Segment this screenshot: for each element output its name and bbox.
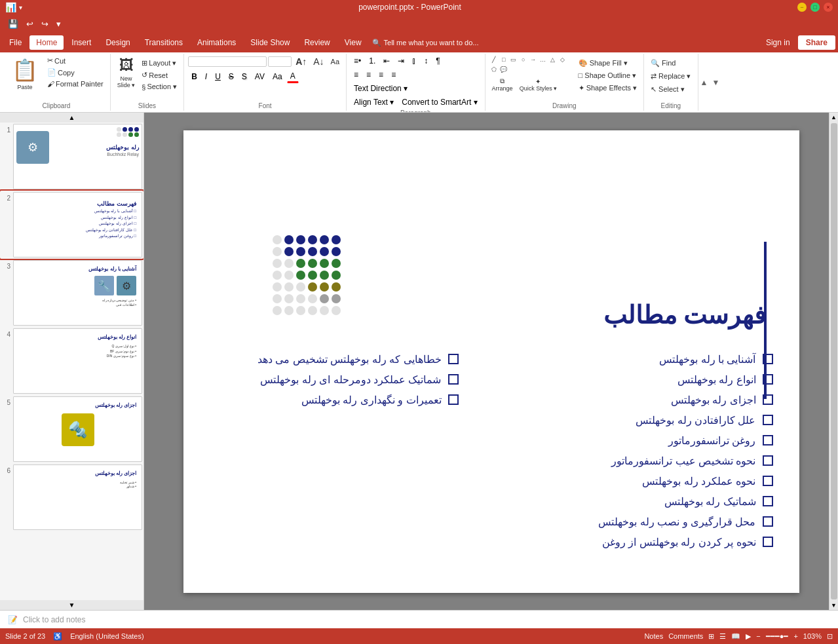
undo-quick-btn[interactable]: ↩	[24, 18, 36, 30]
maximize-button[interactable]: □	[810, 3, 820, 12]
strikethrough-button[interactable]: S	[225, 71, 237, 83]
reset-button[interactable]: ↺ Reset	[139, 69, 180, 81]
underline-button[interactable]: U	[212, 71, 224, 83]
shape-diamond[interactable]: ◇	[558, 55, 567, 64]
zoom-in-btn[interactable]: +	[793, 632, 797, 640]
shape-callout[interactable]: 💬	[499, 65, 508, 74]
align-text-button[interactable]: Align Text ▾	[351, 96, 397, 108]
save-quick-btn[interactable]: 💾	[5, 18, 21, 30]
notes-button[interactable]: Notes	[644, 632, 663, 640]
outline-view-icon[interactable]: ☰	[719, 632, 726, 641]
close-button[interactable]: ×	[824, 3, 833, 12]
line-spacing-button[interactable]: ↕	[421, 55, 431, 67]
menu-home[interactable]: Home	[29, 35, 64, 50]
menu-design[interactable]: Design	[99, 35, 136, 50]
menu-insert[interactable]: Insert	[65, 35, 98, 50]
reading-view-icon[interactable]: 📖	[731, 632, 740, 641]
accessibility-icon: ♿	[53, 632, 62, 641]
shape-rounded-rect[interactable]: ▭	[509, 55, 518, 64]
numbering-button[interactable]: 1.	[366, 55, 379, 67]
fit-window-btn[interactable]: ⊡	[827, 632, 833, 641]
shape-triangle[interactable]: △	[548, 55, 558, 64]
sign-in-button[interactable]: Sign in	[759, 35, 797, 50]
menu-review[interactable]: Review	[297, 35, 336, 50]
slide-thumb-4[interactable]: 4 انواع رله بوخهلتس • نوع اول: سری Q • ن…	[0, 327, 143, 395]
align-right-button[interactable]: ≡	[375, 69, 387, 81]
shape-more[interactable]: …	[539, 55, 548, 64]
slide-thumb-5[interactable]: 5 اجزای رله بوخهلتس 🔩	[0, 395, 143, 463]
cut-button[interactable]: ✂ Cut	[45, 55, 106, 66]
zoom-level[interactable]: 103%	[803, 632, 822, 640]
select-button[interactable]: ↖ Select ▾	[648, 84, 687, 95]
scroll-up-btn[interactable]: ▲	[829, 113, 838, 122]
new-slide-button[interactable]: 🖼 NewSlide ▾	[115, 55, 138, 90]
redo-quick-btn[interactable]: ↪	[39, 18, 51, 30]
shape-effects-button[interactable]: ✦ Shape Effects ▾	[576, 83, 639, 94]
scroll-thumb[interactable]	[831, 123, 837, 599]
change-case-button[interactable]: Aa	[269, 71, 286, 83]
font-name-input[interactable]	[188, 56, 267, 67]
quick-styles-button[interactable]: ✦ Quick Styles ▾	[517, 76, 560, 94]
font-color-button[interactable]: A	[287, 70, 299, 83]
format-painter-button[interactable]: 🖌 Format Painter	[45, 79, 106, 89]
slide-thumb-3[interactable]: 3 آشنایی با رله بوخهلتس ⚙ 🔧 • متن توضیحی…	[0, 259, 143, 327]
share-button[interactable]: Share	[798, 35, 835, 50]
scroll-down-btn[interactable]: ▼	[829, 601, 838, 610]
find-button[interactable]: 🔍 Find	[648, 58, 678, 69]
arrange-button[interactable]: ⧉ Arrange	[489, 75, 516, 94]
zoom-out-btn[interactable]: −	[756, 632, 760, 640]
menu-animations[interactable]: Animations	[191, 35, 242, 50]
slideshow-view-icon[interactable]: ▶	[746, 632, 751, 641]
zoom-slider[interactable]: ━━━●━	[766, 632, 789, 641]
shape-oval[interactable]: ○	[519, 55, 528, 64]
section-button[interactable]: § Section ▾	[139, 81, 180, 92]
minimize-button[interactable]: −	[797, 3, 807, 12]
layout-button[interactable]: ⊞ Layout ▾	[139, 58, 180, 69]
notes-area[interactable]: 📝 Click to add notes	[0, 610, 838, 628]
slide-thumb-1[interactable]: 1 رله بوخهلتس Buchholz Relay ⚙	[0, 123, 143, 191]
align-left-button[interactable]: ≡	[351, 69, 362, 81]
shape-arrow[interactable]: →	[529, 55, 538, 64]
shape-line[interactable]: ╱	[489, 55, 499, 64]
columns-button[interactable]: ⫿	[409, 55, 419, 67]
shape-outline-button[interactable]: □ Shape Outline ▾	[576, 70, 639, 81]
shape-rect[interactable]: □	[499, 55, 508, 64]
comments-button[interactable]: Comments	[668, 632, 703, 640]
menu-slideshow[interactable]: Slide Show	[244, 35, 296, 50]
bold-button[interactable]: B	[188, 71, 200, 83]
menu-view[interactable]: View	[338, 35, 368, 50]
increase-font-button[interactable]: A↑	[293, 55, 309, 68]
slide-thumb-6[interactable]: 6 اجزای رله بوخهلتس • شیر تخلیه • شناور	[0, 463, 143, 531]
center-button[interactable]: ≡	[363, 69, 374, 81]
shape-pentagon[interactable]: ⬠	[489, 65, 499, 74]
ribbon-scroll-down[interactable]: ▼	[710, 54, 721, 111]
vertical-scrollbar[interactable]: ▲ ▼	[829, 113, 838, 610]
decrease-font-button[interactable]: A↓	[311, 55, 326, 68]
slides-scroll-up[interactable]: ▲	[0, 113, 143, 123]
italic-button[interactable]: I	[202, 71, 210, 83]
quick-access-dropdown[interactable]: ▾	[54, 18, 64, 30]
paste-button[interactable]: 📋 Paste	[7, 55, 43, 93]
title-bar: 📊 ▾ powerpoint.pptx - PowerPoint − □ ×	[0, 0, 838, 14]
copy-button[interactable]: 📄 Copy	[45, 67, 106, 78]
bullets-button[interactable]: ≡•	[351, 55, 364, 67]
justify-button[interactable]: ≡	[388, 69, 399, 81]
replace-button[interactable]: ⇄ Replace ▾	[648, 71, 693, 82]
menu-file[interactable]: File	[3, 35, 28, 50]
ribbon-scroll-up[interactable]: ▲	[698, 54, 710, 111]
slides-scroll-down[interactable]: ▼	[0, 600, 143, 610]
menu-transitions[interactable]: Transitions	[138, 35, 189, 50]
font-size-input[interactable]	[268, 56, 292, 67]
paragraph-direction-button[interactable]: ¶	[432, 55, 443, 67]
slide-thumb-2[interactable]: 2 فهرست مطالب □ آشنایی با رله بوخهلتس □ …	[0, 191, 143, 259]
text-shadow-button[interactable]: S	[238, 71, 250, 83]
shape-fill-button[interactable]: 🎨 Shape Fill ▾	[576, 58, 639, 69]
search-bar[interactable]: 🔍 Tell me what you want to do...	[372, 39, 479, 47]
text-direction-button[interactable]: Text Direction ▾	[351, 83, 411, 94]
clear-format-button[interactable]: Aa	[328, 56, 342, 67]
increase-indent-button[interactable]: ⇥	[394, 55, 408, 67]
normal-view-icon[interactable]: ⊞	[708, 632, 714, 641]
char-spacing-button[interactable]: AV	[252, 71, 268, 83]
smartart-button[interactable]: Convert to SmartArt ▾	[398, 96, 480, 108]
decrease-indent-button[interactable]: ⇤	[380, 55, 393, 67]
